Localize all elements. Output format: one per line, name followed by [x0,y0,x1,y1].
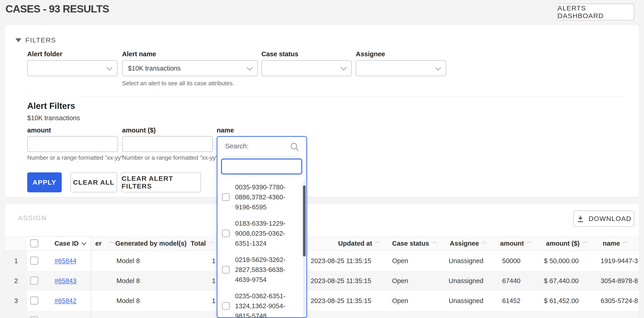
option-label: 0035-9390-7780-0886,3782-4360-9196-6595 [235,182,297,212]
alerts-dashboard-button[interactable]: ALERTS DASHBOARD [557,4,634,20]
page-title: CASES - 93 RESULTS [6,3,109,15]
amount-usd-input[interactable] [122,136,213,152]
row-checkbox[interactable] [30,257,38,265]
header-generated-by-label: Generated by model(s) [115,240,186,247]
dropdown-option[interactable]: 0035-9390-7780-0886,3782-4360-9196-6595 [222,182,301,212]
assignee-cell: Unassigned [448,291,483,311]
filters-card: FILTERS Alert folder Alert name $10K tra… [5,25,639,197]
case-status-cell: Open [392,311,408,318]
alert-folder-select[interactable] [27,60,118,76]
alert-name-value: $10K transactions [128,65,181,72]
option-checkbox[interactable] [222,193,230,201]
table-row: 3 #65842 Model 8 1 2023-08-25 11:35:15 O… [5,291,639,311]
sort-asc-icon [527,241,532,246]
option-checkbox[interactable] [222,302,230,310]
alert-folder-label: Alert folder [27,50,62,58]
search-divider [225,156,300,156]
scrollbar-thumb[interactable] [303,185,306,257]
option-checkbox[interactable] [222,230,230,237]
header-total[interactable]: Total [190,236,213,251]
header-name[interactable]: name [603,236,627,251]
sort-asc-icon [108,241,114,246]
search-icon [290,142,300,152]
sort-asc-icon [209,241,214,246]
chevron-down-icon [340,64,347,70]
generated-by-cell: Model 8 [116,291,140,311]
assignee-select[interactable] [356,60,446,76]
name-cell: 3054-8978-8 [601,271,639,291]
header-updated-at[interactable]: Updated at [338,236,380,251]
header-updated-at-label: Updated at [338,240,372,247]
download-icon [576,215,584,223]
amount-input[interactable] [27,136,118,152]
sort-asc-icon [482,241,487,246]
table-header-row: Case ID er Generated by model(s) Total U… [5,236,639,251]
case-id-link[interactable]: #65841 [54,317,76,318]
amount-usd-cell: $ 10,100.00 [544,311,579,318]
dropdown-option[interactable]: 0183-6339-1229-9008,0235-0362-6351-1324 [222,218,301,248]
alert-filters-subtitle: $10K transactions [27,114,80,122]
chevron-down-icon [82,240,86,245]
header-amount-usd-label: amount ($) [546,240,580,247]
case-id-link[interactable]: #65843 [54,277,76,285]
table-row: 4 #65841 Model 8 1 2023-08-25 11:35:15 O… [5,311,639,318]
header-case-status[interactable]: Case status [392,236,436,251]
header-amount[interactable]: amount [500,236,531,251]
header-total-label: Total [190,240,206,247]
amount-helper: Number or a range formatted "xx-yy" [27,154,123,161]
total-cell: 1 [202,311,216,318]
chevron-down-icon [435,64,441,70]
amount-usd-label: amount ($) [122,127,156,134]
assignee-cell: Unassigned [448,271,483,291]
name-filter-label: name [217,127,234,134]
header-assignee-label: Assignee [450,240,479,247]
table-row: 1 #65844 Model 8 1 2023-08-25 11:35:15 O… [5,251,639,271]
name-filter-dropdown: Search: 0035-9390-7780-0886,3782-4360-91… [217,136,307,318]
option-checkbox[interactable] [222,266,230,274]
generated-by-cell: Model 8 [116,311,140,318]
name-cell: 2991-9929-8 [601,311,639,318]
header-generated-by[interactable]: Generated by model(s) [115,236,186,251]
option-label: 0218-5629-3262-2827,5833-6638-4639-9754 [235,255,297,285]
search-input[interactable] [221,159,302,174]
dropdown-option[interactable]: 0218-5629-3262-2827,5833-6638-4639-9754 [222,255,301,285]
case-id-link[interactable]: #65844 [54,257,76,265]
clear-all-button[interactable]: CLEAR ALL [70,172,117,192]
download-button[interactable]: DOWNLOAD [574,211,634,227]
amount-usd-cell: $ 50,000.00 [544,251,579,271]
download-label: DOWNLOAD [589,215,632,223]
search-label: Search: [225,142,248,150]
assignee-cell: Unassigned [448,311,483,318]
assignee-label: Assignee [356,50,385,58]
header-case-id-label: Case ID [54,240,78,247]
apply-button[interactable]: APPLY [27,172,62,192]
total-cell: 1 [202,271,216,291]
section-divider [27,96,626,96]
alert-name-label: Alert name [122,50,156,58]
assign-button[interactable]: ASSIGN [18,214,46,222]
header-amount-usd[interactable]: amount ($) [546,236,587,251]
header-case-id[interactable]: Case ID [54,236,86,251]
header-clipped-column[interactable]: er [95,236,113,251]
case-id-link[interactable]: #65842 [54,297,76,305]
select-all-checkbox[interactable] [30,239,38,248]
option-label: 0235-0362-6351-1324,1362-9054-9815-5748 [235,291,297,318]
row-checkbox[interactable] [30,297,38,305]
dropdown-option[interactable]: 0235-0362-6351-1324,1362-9054-9815-5748 [222,291,301,318]
header-assignee[interactable]: Assignee [450,236,486,251]
collapse-triangle-icon [16,38,21,42]
row-number: 2 [5,271,27,291]
chevron-down-icon [106,64,112,70]
case-status-cell: Open [392,251,408,271]
row-checkbox[interactable] [30,317,38,318]
row-number: 4 [5,311,27,318]
filters-collapse-toggle[interactable]: FILTERS [16,36,56,44]
alert-name-select[interactable]: $10K transactions [122,60,258,76]
updated-at-cell: 2023-08-25 11:35:15 [311,311,371,318]
clear-alert-filters-button[interactable]: CLEAR ALERT FILTERS [121,172,201,192]
case-status-select[interactable] [262,60,352,76]
header-amount-label: amount [500,240,524,247]
row-checkbox[interactable] [30,277,38,285]
amount-cell: 50000 [502,251,520,271]
assignee-cell: Unassigned [448,251,483,271]
